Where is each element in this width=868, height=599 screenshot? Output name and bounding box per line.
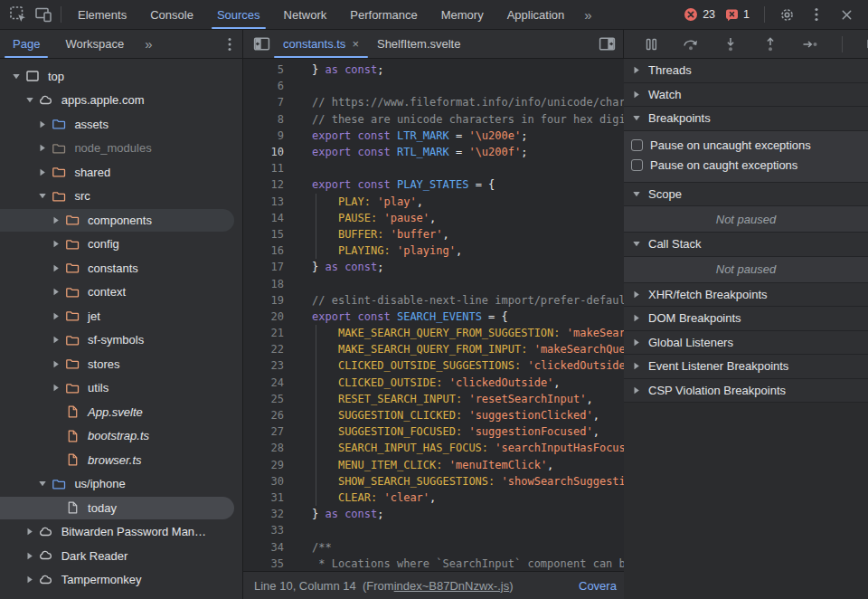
disclosure-triangle-icon[interactable]: [35, 120, 50, 128]
step-over-icon[interactable]: [678, 32, 703, 57]
navigator-tab-workspace[interactable]: Workspace: [52, 30, 137, 58]
error-count[interactable]: 23: [703, 8, 715, 21]
step-into-icon[interactable]: [718, 32, 743, 57]
line-number[interactable]: 13: [243, 195, 284, 208]
code-area[interactable]: 5} as const;67// https://www.fileformat.…: [243, 59, 624, 571]
tree-item-bitwarden-password-man[interactable]: Bitwarden Password Man…: [0, 520, 242, 545]
line-number[interactable]: 6: [243, 80, 284, 92]
disclosure-triangle-icon[interactable]: [49, 240, 63, 248]
tree-item-apps-apple-com[interactable]: apps.apple.com: [0, 89, 242, 113]
main-tab-sources[interactable]: Sources: [205, 0, 272, 29]
close-devtools-icon[interactable]: [834, 2, 859, 27]
line-number[interactable]: 25: [243, 393, 284, 405]
disclosure-triangle-icon[interactable]: [23, 96, 37, 104]
tree-item-bootstrap-ts[interactable]: bootstrap.ts: [0, 424, 242, 449]
disclosure-triangle-icon[interactable]: [49, 336, 63, 344]
disclosure-triangle-icon[interactable]: [49, 384, 63, 392]
pause-script-icon[interactable]: [638, 32, 664, 57]
checkbox-row-pause-on-uncaught-exceptions[interactable]: Pause on uncaught exceptions: [624, 136, 868, 156]
issues-icon[interactable]: [725, 8, 739, 22]
disclosure-triangle-icon[interactable]: [49, 360, 63, 368]
line-number[interactable]: 29: [243, 459, 284, 471]
more-panels-icon[interactable]: »: [576, 7, 600, 23]
disclosure-triangle-icon[interactable]: [35, 144, 50, 152]
line-number[interactable]: 20: [243, 310, 284, 323]
disclosure-triangle-icon[interactable]: [9, 72, 24, 81]
line-number[interactable]: 12: [243, 178, 284, 191]
line-number[interactable]: 18: [243, 278, 284, 290]
tree-item-app-svelte[interactable]: App.svelte: [0, 400, 242, 424]
tree-item-dark-reader[interactable]: Dark Reader: [0, 544, 242, 568]
inspect-element-icon[interactable]: [5, 2, 31, 27]
main-tab-application[interactable]: Application: [495, 0, 577, 29]
tree-item-shared[interactable]: shared: [0, 160, 242, 185]
checkbox[interactable]: [631, 139, 643, 151]
navigator-kebab-icon[interactable]: [217, 32, 242, 57]
line-number[interactable]: 5: [243, 63, 284, 76]
section-breakpoints[interactable]: Breakpoints: [624, 107, 868, 131]
line-number[interactable]: 27: [243, 425, 284, 438]
line-number[interactable]: 31: [243, 491, 284, 504]
step-out-icon[interactable]: [758, 32, 783, 57]
coverage-link[interactable]: Covera: [579, 579, 617, 593]
device-toolbar-icon[interactable]: [31, 2, 56, 27]
disclosure-triangle-icon[interactable]: [23, 575, 37, 584]
sourcemap-link[interactable]: index~B87DnNzwx-.js: [394, 579, 510, 593]
checkbox[interactable]: [631, 159, 643, 171]
disclosure-triangle-icon[interactable]: [49, 312, 63, 320]
tree-item-constants[interactable]: constants: [0, 256, 242, 280]
tree-item-today[interactable]: today: [0, 496, 242, 520]
checkbox-row-pause-on-caught-exceptions[interactable]: Pause on caught exceptions: [624, 156, 868, 176]
tree-item-src[interactable]: src: [0, 185, 242, 209]
main-tab-elements[interactable]: Elements: [66, 0, 138, 29]
main-tab-memory[interactable]: Memory: [429, 0, 495, 29]
file-tab-shelfitem-svelte[interactable]: ShelfItem.svelte: [368, 30, 470, 58]
tree-item-sf-symbols[interactable]: sf-symbols: [0, 328, 242, 353]
line-number[interactable]: 24: [243, 376, 284, 389]
section-global-listeners[interactable]: Global Listeners: [624, 331, 868, 356]
tree-item-context[interactable]: context: [0, 280, 242, 305]
more-navigator-tabs-icon[interactable]: »: [137, 36, 161, 52]
main-tab-console[interactable]: Console: [138, 0, 205, 29]
section-csp-violation-breakpoints[interactable]: CSP Violation Breakpoints: [624, 379, 868, 404]
tree-item-utils[interactable]: utils: [0, 376, 242, 401]
line-number[interactable]: 14: [243, 212, 284, 224]
issue-count[interactable]: 1: [743, 8, 750, 21]
line-number[interactable]: 9: [243, 129, 284, 142]
disclosure-triangle-icon[interactable]: [49, 288, 63, 296]
deactivate-breakpoints-icon[interactable]: [862, 32, 868, 57]
line-number[interactable]: 32: [243, 508, 284, 520]
line-number[interactable]: 35: [243, 557, 284, 570]
line-number[interactable]: 7: [243, 96, 284, 109]
tree-item-node-modules[interactable]: node_modules: [0, 137, 242, 161]
line-number[interactable]: 33: [243, 524, 284, 537]
disclosure-triangle-icon[interactable]: [35, 192, 50, 200]
disclosure-triangle-icon[interactable]: [35, 168, 50, 176]
line-number[interactable]: 11: [243, 162, 284, 175]
line-number[interactable]: 26: [243, 409, 284, 422]
disclosure-triangle-icon[interactable]: [23, 528, 37, 536]
errors-icon[interactable]: [684, 7, 698, 22]
section-call-stack[interactable]: Call Stack: [624, 233, 868, 257]
disclosure-triangle-icon[interactable]: [23, 552, 37, 560]
navigator-tab-page[interactable]: Page: [0, 30, 52, 58]
line-number[interactable]: 21: [243, 327, 284, 339]
section-event-listener-breakpoints[interactable]: Event Listener Breakpoints: [624, 355, 868, 379]
line-number[interactable]: 19: [243, 294, 284, 307]
tree-item-stores[interactable]: stores: [0, 352, 242, 376]
tree-item-tampermonkey[interactable]: Tampermonkey: [0, 568, 242, 593]
tree-item-assets[interactable]: assets: [0, 112, 242, 137]
tree-item-components[interactable]: components: [0, 208, 242, 233]
line-number[interactable]: 30: [243, 475, 284, 488]
main-tab-performance[interactable]: Performance: [338, 0, 429, 29]
tree-item-config[interactable]: config: [0, 233, 242, 257]
section-watch[interactable]: Watch: [624, 83, 868, 108]
file-tab-constants-ts[interactable]: constants.ts×: [274, 30, 368, 58]
section-threads[interactable]: Threads: [624, 59, 868, 83]
section-dom-breakpoints[interactable]: DOM Breakpoints: [624, 307, 868, 331]
line-number[interactable]: 23: [243, 359, 284, 372]
step-icon[interactable]: [797, 32, 823, 57]
line-number[interactable]: 22: [243, 343, 284, 356]
tree-item-us-iphone[interactable]: us/iphone: [0, 472, 242, 497]
line-number[interactable]: 34: [243, 541, 284, 554]
